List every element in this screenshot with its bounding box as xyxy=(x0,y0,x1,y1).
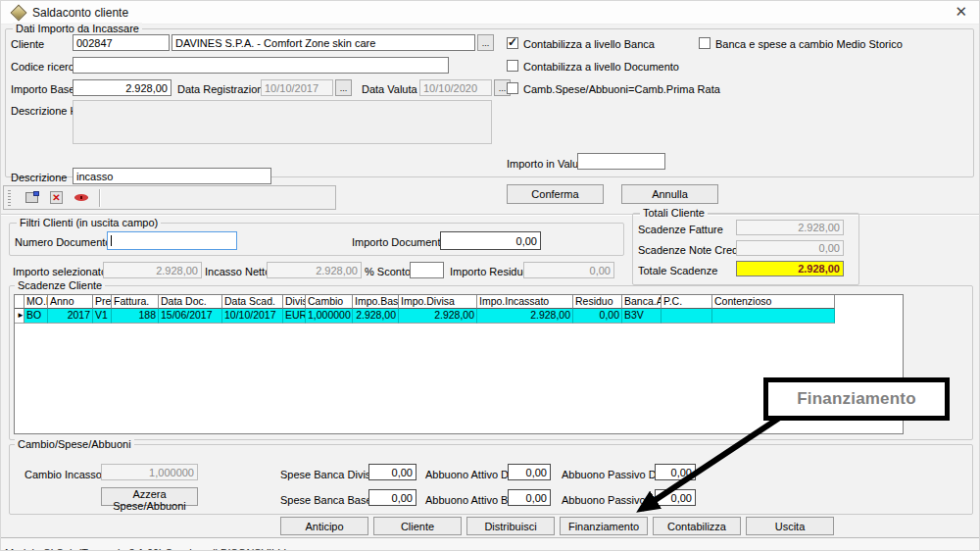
column-header-11[interactable]: Residuo xyxy=(573,295,622,309)
descrizione-input[interactable] xyxy=(73,168,271,184)
checkbox-contabilizza-documento-label: Contabilizza a livello Documento xyxy=(523,61,679,73)
data-valuta-input[interactable] xyxy=(419,79,492,96)
checkbox-contabilizza-banca[interactable] xyxy=(507,37,518,49)
close-icon[interactable]: ✕ xyxy=(955,4,967,20)
checkbox-banca-spese-medio-storico-label: Banca e spese a cambio Medio Storico xyxy=(715,38,903,50)
incasso-netto-input[interactable] xyxy=(267,262,362,278)
uscita-button[interactable]: Uscita xyxy=(746,517,834,535)
group-totali-cliente-legend: Totali Cliente xyxy=(640,207,708,219)
cliente-name-input[interactable] xyxy=(172,34,475,51)
data-registrazione-input[interactable] xyxy=(261,79,333,96)
cell-11: 0,00 xyxy=(573,309,622,324)
column-header-5[interactable]: Data Scad. xyxy=(222,295,283,309)
checkbox-camb-spese-abbuoni-label: Camb.Spese/Abbuoni=Camb.Prima Rata xyxy=(523,83,720,95)
column-header-10[interactable]: Impo.Incassato xyxy=(477,295,573,309)
cell-5: 10/10/2017 xyxy=(222,309,283,324)
cell-6: EUR xyxy=(283,309,306,324)
codice-ricerca-label: Codice ricerca xyxy=(11,61,79,73)
finanziamento-button[interactable]: Finanziamento xyxy=(560,517,648,535)
abbuono-passivo-base-input[interactable] xyxy=(655,489,696,506)
scadenze-fatture-label: Scadenze Fatture xyxy=(638,224,723,235)
status-text: Modulo SI.Sol. (Tesoreria 3.1.09) Sessio… xyxy=(5,547,286,551)
group-scadenze-cliente-legend: Scadenze Cliente xyxy=(15,279,105,291)
clear-grid-icon[interactable]: ✕ xyxy=(50,191,65,205)
cell-10: 2.928,00 xyxy=(477,309,573,324)
incasso-netto-label: Incasso Netto xyxy=(205,266,270,277)
column-header-4[interactable]: Data Doc. xyxy=(159,295,222,309)
text-caret xyxy=(111,235,112,246)
importo-base-input[interactable] xyxy=(73,79,172,96)
sconto-label: % Sconto xyxy=(365,266,411,277)
checkbox-banca-spese-medio-storico[interactable] xyxy=(699,37,710,49)
importo-documento-input[interactable] xyxy=(440,231,541,250)
cell-8: 2.928,00 xyxy=(353,309,399,324)
abbuono-attivo-base-input[interactable] xyxy=(508,489,551,506)
cliente-code-input[interactable] xyxy=(73,34,170,51)
column-header-3[interactable]: Fattura. xyxy=(112,295,159,309)
importo-residuo-label: Importo Residuo xyxy=(450,266,529,277)
column-header-1[interactable]: Anno xyxy=(48,295,93,309)
importo-in-valuta-label: Importo in Valuta xyxy=(507,158,587,170)
abbuono-attivo-divisa-input[interactable] xyxy=(508,464,551,480)
column-header-0[interactable]: MO.I. xyxy=(24,295,48,309)
checkbox-camb-spese-abbuoni[interactable] xyxy=(507,82,518,94)
cell-7: 1,000000 xyxy=(306,309,353,324)
table-row[interactable]: ►BO2017V118815/06/201710/10/2017EUR1,000… xyxy=(15,309,903,324)
column-header-9[interactable]: Impo.Divisa xyxy=(399,295,477,309)
importo-residuo-input[interactable] xyxy=(523,262,614,278)
spese-banca-base-input[interactable] xyxy=(368,489,416,506)
conferma-button[interactable]: Conferma xyxy=(507,184,604,204)
selector-column-header xyxy=(15,295,24,309)
column-header-8[interactable]: Impo.Base xyxy=(353,295,399,309)
cliente-label: Cliente xyxy=(11,38,44,50)
cell-12: B3V xyxy=(622,309,662,324)
scadenze-note-credito-label: Scadenze Note Credito xyxy=(638,244,750,256)
app-diamond-icon xyxy=(11,5,27,22)
data-registrazione-browse-button[interactable]: ... xyxy=(335,79,352,96)
cell-3: 188 xyxy=(112,309,159,324)
column-header-6[interactable]: Divisa xyxy=(283,295,306,309)
column-header-12[interactable]: Banca.Ant. xyxy=(622,295,662,309)
spese-banca-divisa-input[interactable] xyxy=(368,464,416,480)
distribuisci-button[interactable]: Distribuisci xyxy=(466,517,555,535)
scadenze-fatture-value xyxy=(736,220,844,235)
cambio-incasso-input[interactable] xyxy=(101,464,198,480)
codice-ricerca-input[interactable] xyxy=(73,57,449,74)
properties-form-icon[interactable] xyxy=(25,191,40,205)
toolbar: ✕ xyxy=(3,185,336,210)
sconto-input[interactable] xyxy=(410,262,444,278)
numero-documento-input[interactable] xyxy=(107,231,237,250)
totale-scadenze-value xyxy=(736,261,844,276)
callout-label: Finanziamento xyxy=(797,389,916,409)
red-arrow-icon[interactable] xyxy=(74,191,89,205)
spese-banca-divisa-label: Spese Banca Divisa xyxy=(280,469,376,480)
cliente-browse-button[interactable]: ... xyxy=(477,34,494,51)
cliente-button[interactable]: Cliente xyxy=(373,517,462,535)
toolbar-grip[interactable] xyxy=(8,190,11,206)
table-header-row: MO.I.AnnoPref.Fattura.Data Doc.Data Scad… xyxy=(15,295,903,309)
importo-selezionato-input[interactable] xyxy=(103,262,202,278)
totale-scadenze-label: Totale Scadenze xyxy=(638,265,717,276)
cambio-incasso-label: Cambio Incasso xyxy=(24,469,102,480)
column-header-2[interactable]: Pref. xyxy=(93,295,112,309)
cell-1: 2017 xyxy=(48,309,93,324)
data-registrazione-label: Data Registrazione xyxy=(177,83,270,95)
descrizione-hb-area[interactable] xyxy=(73,100,492,144)
checkbox-contabilizza-documento[interactable] xyxy=(507,60,518,72)
annulla-button[interactable]: Annulla xyxy=(621,184,718,204)
column-header-13[interactable]: P.C. xyxy=(662,295,712,309)
importo-in-valuta-input[interactable] xyxy=(577,153,665,170)
column-header-7[interactable]: Cambio xyxy=(306,295,353,309)
cell-2: V1 xyxy=(93,309,112,324)
group-dati-importo-legend: Dati Importo da Incassare xyxy=(13,23,142,34)
anticipo-button[interactable]: Anticipo xyxy=(280,517,368,535)
azzera-spese-button[interactable]: Azzera Spese/Abbuoni xyxy=(101,487,198,506)
importo-documento-label: Importo Documento xyxy=(352,236,447,248)
saldaconto-window: Saldaconto cliente ✕ Dati Importo da Inc… xyxy=(0,0,980,551)
contabilizza-button[interactable]: Contabilizza xyxy=(653,517,741,535)
data-valuta-label: Data Valuta xyxy=(362,83,417,95)
column-header-14[interactable]: Contenzioso xyxy=(712,295,835,309)
spese-banca-base-label: Spese Banca Base xyxy=(280,494,372,506)
group-filtri-clienti-legend: Filtri Clienti (in uscita campo) xyxy=(17,217,161,228)
abbuono-passivo-divisa-input[interactable] xyxy=(655,464,696,480)
